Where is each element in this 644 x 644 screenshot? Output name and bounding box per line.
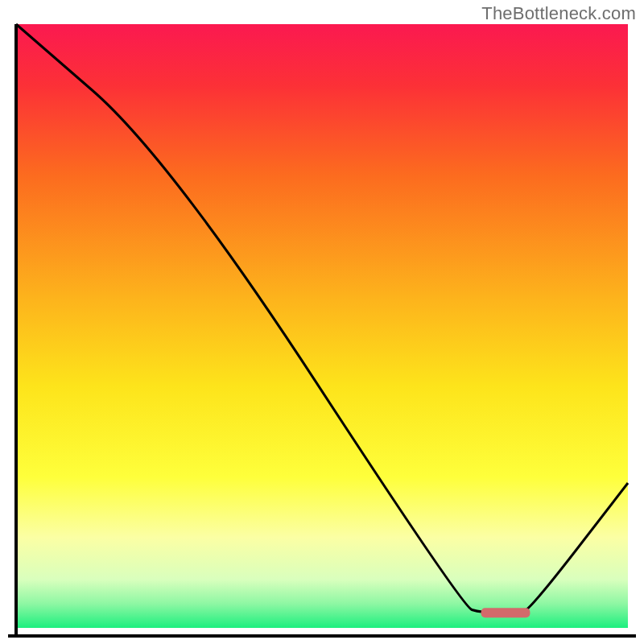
gradient-background: [16, 24, 628, 628]
optimal-marker: [481, 608, 530, 617]
bottleneck-chart: [0, 0, 644, 644]
watermark-text: TheBottleneck.com: [481, 3, 636, 24]
chart-container: TheBottleneck.com: [0, 0, 644, 644]
